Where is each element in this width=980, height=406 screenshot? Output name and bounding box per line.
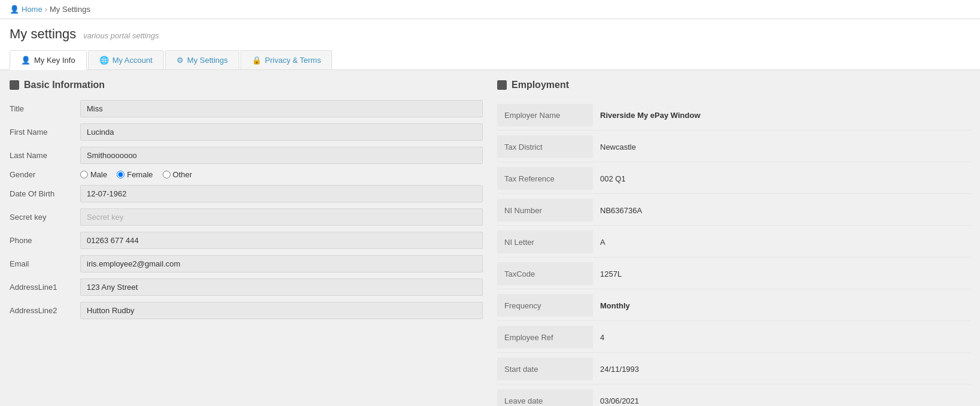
content-area: Basic Information Title First Name Last …	[0, 70, 980, 406]
emp-label-start-date: Start date	[497, 357, 593, 380]
field-address2: AddressLine2	[10, 302, 483, 319]
input-address2[interactable]	[80, 302, 483, 319]
field-secret-key: Secret key	[10, 208, 483, 226]
radio-male[interactable]: Male	[80, 170, 107, 179]
input-phone[interactable]	[80, 232, 483, 249]
emp-value-frequency: Monthly	[593, 296, 970, 315]
input-dob[interactable]	[80, 185, 483, 202]
field-title: Title	[10, 100, 483, 117]
tab-settings[interactable]: ⚙ My Settings	[165, 50, 239, 69]
input-first-name[interactable]	[80, 123, 483, 141]
lock-tab-icon: 🔒	[252, 56, 261, 65]
label-gender: Gender	[10, 170, 75, 179]
person-icon: 👤	[10, 5, 19, 14]
radio-other[interactable]: Other	[163, 170, 193, 179]
label-first-name: First Name	[10, 128, 75, 137]
field-gender: Gender Male Female Other	[10, 170, 483, 179]
input-title[interactable]	[80, 100, 483, 117]
gender-options: Male Female Other	[80, 170, 192, 179]
radio-input-other[interactable]	[163, 171, 171, 178]
employment-title: Employment	[512, 80, 569, 90]
breadcrumb-separator: ›	[45, 5, 47, 14]
breadcrumb-current: My Settings	[50, 5, 90, 14]
field-address1: AddressLine1	[10, 278, 483, 296]
input-email[interactable]	[80, 255, 483, 272]
radio-input-female[interactable]	[117, 171, 124, 178]
employment-header: Employment	[497, 80, 970, 90]
emp-value-start-date: 24/11/1993	[593, 360, 970, 378]
radio-label-female: Female	[127, 170, 153, 179]
emp-label-frequency: Frequency	[497, 294, 593, 317]
label-address2: AddressLine2	[10, 306, 75, 315]
emp-row-frequency: Frequency Monthly	[497, 290, 970, 321]
tab-key-info[interactable]: 👤 My Key Info	[10, 50, 87, 70]
emp-value-leave-date: 03/06/2021	[593, 392, 970, 407]
basic-info-header: Basic Information	[10, 80, 483, 90]
settings-tab-icon: ⚙	[176, 56, 184, 65]
field-first-name: First Name	[10, 123, 483, 141]
person-tab-icon: 👤	[21, 56, 31, 65]
emp-row-leave-date: Leave date 03/06/2021	[497, 386, 970, 406]
label-email: Email	[10, 259, 75, 268]
label-address1: AddressLine1	[10, 283, 75, 292]
emp-row-ni-letter: NI Letter A	[497, 227, 970, 257]
emp-row-start-date: Start date 24/11/1993	[497, 354, 970, 384]
tabs: 👤 My Key Info 🌐 My Account ⚙ My Settings…	[10, 50, 970, 69]
page-header: My settings various portal settings 👤 My…	[0, 19, 980, 70]
radio-female[interactable]: Female	[117, 170, 153, 179]
emp-label-taxcode: TaxCode	[497, 262, 593, 285]
label-dob: Date Of Birth	[10, 189, 75, 198]
employment-icon	[497, 80, 507, 90]
emp-value-taxcode: 1257L	[593, 265, 970, 283]
input-secret-key[interactable]	[80, 208, 483, 226]
basic-info-section: Basic Information Title First Name Last …	[10, 80, 483, 406]
radio-label-male: Male	[90, 170, 107, 179]
tab-privacy-label: Privacy & Terms	[265, 56, 321, 65]
emp-row-ni-number: NI Number NB636736A	[497, 195, 970, 226]
emp-value-employer: Riverside My ePay Window	[593, 106, 970, 125]
emp-value-taxref: 002 Q1	[593, 169, 970, 188]
field-email: Email	[10, 255, 483, 272]
input-address1[interactable]	[80, 278, 483, 296]
emp-row-taxcode: TaxCode 1257L	[497, 259, 970, 289]
radio-label-other: Other	[173, 170, 193, 179]
title-row: My settings various portal settings	[10, 26, 970, 48]
employment-section: Employment Employer Name Riverside My eP…	[497, 80, 970, 406]
label-secret-key: Secret key	[10, 213, 75, 222]
input-last-name[interactable]	[80, 147, 483, 164]
field-last-name: Last Name	[10, 147, 483, 164]
radio-input-male[interactable]	[80, 171, 88, 178]
field-dob: Date Of Birth	[10, 185, 483, 202]
basic-info-title: Basic Information	[24, 80, 105, 90]
tab-privacy[interactable]: 🔒 Privacy & Terms	[241, 50, 333, 69]
emp-label-district: Tax District	[497, 135, 593, 158]
field-phone: Phone	[10, 232, 483, 249]
emp-value-emp-ref: 4	[593, 328, 970, 347]
label-title: Title	[10, 104, 75, 113]
tab-account-label: My Account	[112, 56, 153, 65]
globe-tab-icon: 🌐	[99, 56, 109, 65]
breadcrumb-home[interactable]: Home	[22, 5, 42, 14]
emp-row-taxref: Tax Reference 002 Q1	[497, 163, 970, 194]
emp-row-emp-ref: Employee Ref 4	[497, 322, 970, 353]
emp-label-employer: Employer Name	[497, 104, 593, 126]
emp-label-emp-ref: Employee Ref	[497, 326, 593, 349]
emp-label-leave-date: Leave date	[497, 389, 593, 406]
label-phone: Phone	[10, 236, 75, 245]
emp-row-employer: Employer Name Riverside My ePay Window	[497, 100, 970, 131]
emp-label-taxref: Tax Reference	[497, 167, 593, 190]
emp-label-ni-number: NI Number	[497, 199, 593, 222]
tab-key-info-label: My Key Info	[34, 56, 75, 65]
tab-settings-label: My Settings	[187, 56, 228, 65]
basic-info-icon	[10, 80, 19, 90]
page-title: My settings	[10, 26, 76, 42]
emp-value-ni-letter: A	[593, 233, 970, 252]
page-wrapper: 👤 Home › My Settings My settings various…	[0, 0, 980, 406]
emp-row-district: Tax District Newcastle	[497, 132, 970, 162]
emp-value-ni-number: NB636736A	[593, 201, 970, 220]
emp-value-district: Newcastle	[593, 138, 970, 156]
tab-account[interactable]: 🌐 My Account	[88, 50, 164, 69]
emp-label-ni-letter: NI Letter	[497, 231, 593, 253]
page-subtitle: various portal settings	[83, 31, 159, 40]
label-last-name: Last Name	[10, 151, 75, 160]
